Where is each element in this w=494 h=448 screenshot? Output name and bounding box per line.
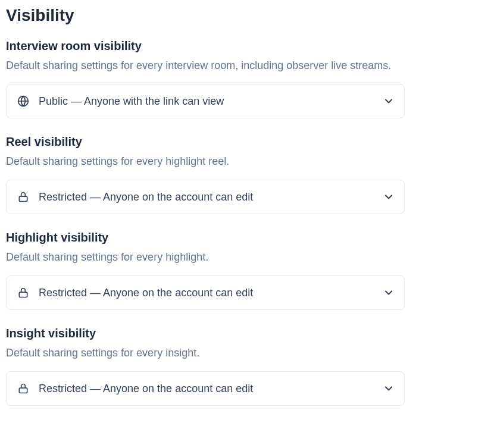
section-description: Default sharing settings for every insig… — [6, 345, 488, 361]
select-label: Restricted — Anyone on the account can e… — [39, 287, 383, 299]
section-description: Default sharing settings for every highl… — [6, 153, 488, 169]
section-interview-room-visibility: Interview room visibility Default sharin… — [6, 39, 488, 118]
interview-room-visibility-select[interactable]: Public — Anyone with the link can view — [6, 84, 405, 118]
chevron-down-icon — [383, 191, 395, 203]
section-title: Reel visibility — [6, 135, 488, 149]
highlight-visibility-select[interactable]: Restricted — Anyone on the account can e… — [6, 275, 405, 310]
lock-icon — [16, 381, 30, 396]
chevron-down-icon — [383, 383, 395, 394]
section-reel-visibility: Reel visibility Default sharing settings… — [6, 135, 488, 214]
page-title: Visibility — [6, 6, 488, 25]
section-title: Insight visibility — [6, 327, 488, 340]
insight-visibility-select[interactable]: Restricted — Anyone on the account can e… — [6, 371, 405, 406]
lock-icon — [16, 190, 30, 204]
section-insight-visibility: Insight visibility Default sharing setti… — [6, 327, 488, 406]
svg-rect-4 — [19, 389, 27, 393]
select-label: Restricted — Anyone on the account can e… — [39, 383, 383, 395]
lock-icon — [16, 286, 30, 300]
chevron-down-icon — [383, 95, 395, 107]
reel-visibility-select[interactable]: Restricted — Anyone on the account can e… — [6, 180, 405, 214]
section-highlight-visibility: Highlight visibility Default sharing set… — [6, 231, 488, 310]
section-title: Interview room visibility — [6, 39, 488, 53]
chevron-down-icon — [383, 287, 395, 299]
svg-rect-2 — [19, 196, 27, 201]
globe-icon — [16, 94, 30, 108]
select-label: Public — Anyone with the link can view — [39, 95, 383, 108]
section-title: Highlight visibility — [6, 231, 488, 245]
section-description: Default sharing settings for every highl… — [6, 249, 488, 265]
select-label: Restricted — Anyone on the account can e… — [39, 191, 383, 203]
svg-rect-3 — [19, 292, 27, 297]
section-description: Default sharing settings for every inter… — [6, 58, 488, 73]
